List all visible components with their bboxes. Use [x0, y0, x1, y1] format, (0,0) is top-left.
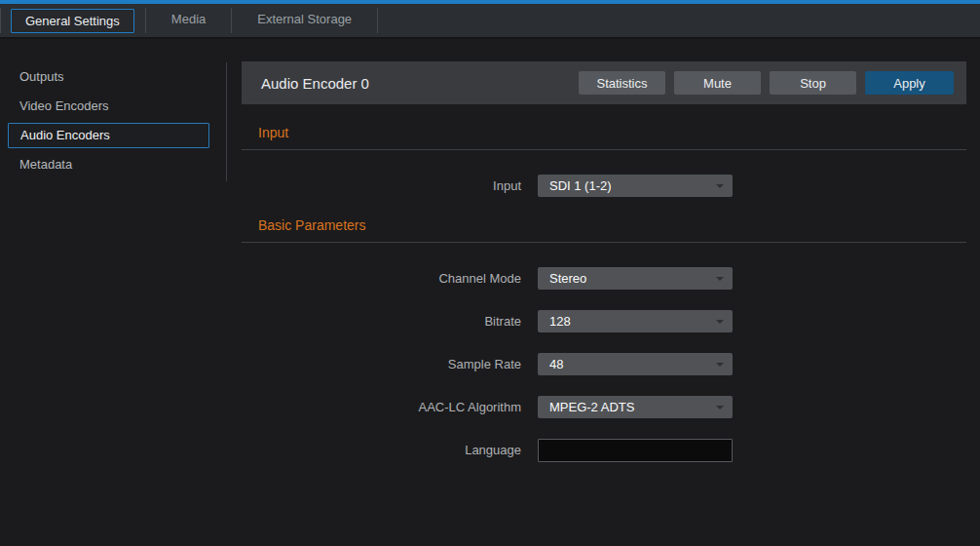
input-select[interactable]: SDI 1 (1-2)	[538, 175, 733, 197]
language-input[interactable]	[538, 439, 733, 462]
channel-mode-select-value: Stereo	[549, 271, 586, 286]
header-button-group: Statistics Mute Stop Apply	[579, 71, 954, 95]
input-label: Input	[242, 178, 521, 193]
app-window: General Settings Media External Storage …	[0, 0, 980, 546]
main-panel: Audio Encoder 0 Statistics Mute Stop App…	[242, 39, 980, 544]
channel-mode-label: Channel Mode	[242, 271, 521, 286]
mute-button[interactable]: Mute	[674, 71, 761, 95]
sample-rate-select[interactable]: 48	[538, 353, 733, 375]
chevron-down-icon	[716, 363, 724, 367]
sidebar-item-audio-encoders[interactable]: Audio Encoders	[8, 123, 209, 148]
bitrate-label: Bitrate	[242, 314, 521, 329]
statistics-button[interactable]: Statistics	[579, 71, 665, 95]
chevron-down-icon	[716, 277, 724, 281]
encoder-header-bar: Audio Encoder 0 Statistics Mute Stop App…	[242, 61, 966, 104]
input-section: Input Input SDI 1 (1-2)	[242, 116, 966, 197]
section-heading-basic-parameters: Basic Parameters	[242, 209, 966, 243]
input-select-value: SDI 1 (1-2)	[549, 178, 612, 193]
language-row: Language	[242, 439, 966, 461]
tab-separator	[377, 8, 378, 33]
tab-external-storage[interactable]: External Storage	[232, 3, 377, 38]
sample-rate-row: Sample Rate 48	[242, 353, 966, 375]
tab-bar: General Settings Media External Storage	[0, 4, 980, 39]
aac-lc-algorithm-row: AAC-LC Algorithm MPEG-2 ADTS	[242, 396, 966, 418]
basic-parameters-section: Basic Parameters Channel Mode Stereo Bit…	[242, 209, 966, 461]
sidebar-divider	[226, 62, 227, 181]
chevron-down-icon	[716, 406, 724, 410]
bitrate-row: Bitrate 128	[242, 310, 966, 332]
sidebar-item-video-encoders[interactable]: Video Encoders	[0, 92, 242, 121]
section-heading-input: Input	[242, 116, 966, 150]
tab-general-settings[interactable]: General Settings	[11, 9, 134, 33]
tab-media[interactable]: Media	[146, 3, 231, 38]
bitrate-select-value: 128	[549, 314, 571, 329]
chevron-down-icon	[716, 184, 724, 188]
sample-rate-select-value: 48	[549, 357, 563, 371]
aac-lc-algorithm-select-value: MPEG-2 ADTS	[549, 400, 634, 414]
sidebar-item-metadata[interactable]: Metadata	[0, 150, 242, 179]
content-area: Outputs Video Encoders Audio Encoders Me…	[0, 39, 980, 544]
aac-lc-algorithm-select[interactable]: MPEG-2 ADTS	[538, 396, 733, 418]
input-row: Input SDI 1 (1-2)	[242, 175, 966, 197]
sample-rate-label: Sample Rate	[242, 357, 521, 371]
tab-separator	[0, 8, 1, 33]
stop-button[interactable]: Stop	[770, 71, 856, 95]
aac-lc-algorithm-label: AAC-LC Algorithm	[242, 400, 521, 414]
apply-button[interactable]: Apply	[865, 71, 954, 95]
channel-mode-select[interactable]: Stereo	[538, 267, 733, 290]
sidebar-item-outputs[interactable]: Outputs	[0, 62, 242, 92]
sidebar: Outputs Video Encoders Audio Encoders Me…	[0, 39, 242, 544]
bitrate-select[interactable]: 128	[538, 310, 733, 332]
language-label: Language	[242, 443, 521, 457]
channel-mode-row: Channel Mode Stereo	[242, 267, 966, 290]
page-title: Audio Encoder 0	[261, 75, 579, 92]
chevron-down-icon	[716, 320, 724, 324]
